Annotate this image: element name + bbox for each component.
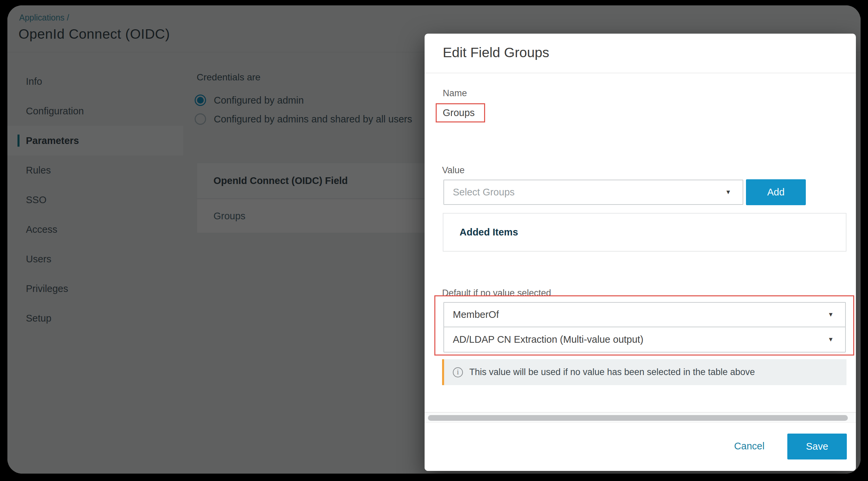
- modal-header: Edit Field Groups: [425, 34, 856, 73]
- default-value-select-value: MemberOf: [453, 309, 828, 320]
- name-label: Name: [443, 88, 467, 98]
- extraction-mode-select-value: AD/LDAP CN Extraction (Multi-value outpu…: [453, 334, 828, 345]
- groups-select-placeholder: Select Groups: [453, 187, 725, 198]
- horizontal-scrollbar[interactable]: [425, 412, 856, 423]
- info-banner-text: This value will be used if no value has …: [469, 367, 755, 378]
- screen: Applications / OpenId Connect (OIDC) Inf…: [0, 0, 868, 481]
- cancel-button[interactable]: Cancel: [733, 441, 766, 452]
- value-label: Value: [442, 165, 465, 176]
- info-banner: i This value will be used if no value ha…: [442, 359, 846, 385]
- default-value-select[interactable]: MemberOf ▼: [443, 302, 846, 327]
- edit-field-groups-modal: Edit Field Groups Name Groups Value Sele…: [425, 34, 856, 471]
- scrollbar-thumb[interactable]: [428, 415, 848, 421]
- chevron-down-icon: ▼: [828, 311, 834, 318]
- groups-select[interactable]: Select Groups ▼: [443, 180, 743, 205]
- add-button[interactable]: Add: [746, 179, 806, 205]
- added-items-panel: Added Items: [443, 213, 846, 251]
- info-icon: i: [453, 367, 463, 378]
- extraction-mode-select[interactable]: AD/LDAP CN Extraction (Multi-value outpu…: [443, 327, 846, 353]
- added-items-label: Added Items: [460, 227, 518, 238]
- chevron-down-icon: ▼: [828, 336, 834, 343]
- chevron-down-icon: ▼: [725, 189, 731, 196]
- modal-title: Edit Field Groups: [443, 45, 549, 61]
- name-field[interactable]: Groups: [443, 107, 475, 118]
- save-button[interactable]: Save: [787, 433, 847, 459]
